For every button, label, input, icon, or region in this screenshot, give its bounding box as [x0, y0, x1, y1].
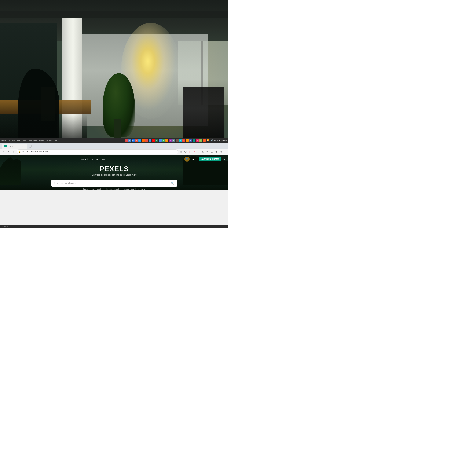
suggestion-more[interactable]: more →	[138, 188, 145, 190]
browse-nav-item[interactable]: Browse ▾	[79, 158, 88, 160]
suggestion-vintage[interactable]: vintage	[105, 188, 112, 190]
menu-view[interactable]: View	[17, 139, 20, 141]
browser-window: hrome File Edit View History Bookmarks P…	[0, 138, 228, 225]
address-bar[interactable]: 🔒 Secure https://www.pexels.com	[17, 149, 178, 154]
menu-people[interactable]: People	[39, 139, 44, 141]
nav-right: 👤 Daniel Contribute Photos ···	[185, 156, 225, 162]
bookmark-star-icon[interactable]: ☆	[179, 150, 183, 153]
app-icon-9[interactable]: ●	[176, 139, 179, 142]
youtube-icon[interactable]: ▶	[152, 139, 155, 142]
suggestion-wood[interactable]: wood	[131, 188, 136, 190]
username-label[interactable]: Daniel	[191, 158, 197, 160]
pdf-icon[interactable]: P	[145, 139, 148, 142]
ext-btn-6[interactable]: ◎	[219, 150, 223, 153]
suggestion-house[interactable]: house	[83, 188, 89, 190]
app-icon-2[interactable]: ●	[142, 139, 145, 142]
app-icon-14[interactable]: ●	[192, 139, 195, 142]
tab-title: Pexels	[8, 145, 13, 147]
volume-icon: 🔊	[210, 139, 213, 141]
suggestion-meeting[interactable]: meeting	[114, 188, 121, 190]
app-icon-13[interactable]: ●	[189, 139, 192, 142]
suggestion-training[interactable]: training	[97, 188, 103, 190]
app-icon-4[interactable]: ●	[159, 139, 162, 142]
more-options-icon[interactable]: ···	[222, 157, 225, 161]
pocket-icon[interactable]: P	[188, 150, 192, 153]
google-icon[interactable]: G	[128, 139, 131, 142]
pexels-tagline: Best free stock photos in one place. Lea…	[0, 174, 228, 176]
menu-chrome[interactable]: hrome	[1, 139, 6, 141]
pexels-hero: PEXELS Best free stock photos in one pla…	[0, 163, 228, 180]
taskbar: Searches	[0, 225, 228, 228]
url-text: https://www.pexels.com	[29, 151, 49, 153]
clock: Wed 16:15	[219, 139, 227, 141]
system-right-icons: M G 20 19 ● ● P ● ▶ S ● ● ● ● ● ● ● ● ● …	[125, 139, 227, 142]
app-icon-10[interactable]: ●	[179, 139, 182, 142]
app-icon-5[interactable]: ●	[162, 139, 165, 142]
menu-edit[interactable]: Edit	[12, 139, 15, 141]
ext-btn-2[interactable]: ⚙	[201, 150, 205, 153]
menu-items: hrome File Edit View History Bookmarks P…	[1, 139, 124, 141]
tab-close-button[interactable]: ×	[22, 145, 25, 148]
taskbar-label: Searches	[2, 226, 8, 227]
tab-favicon	[4, 145, 7, 147]
toolbar-right-buttons: ☆ 🛡 P P ⬡ ⚙ ◎ ⬡ ◉ ◎ ≡	[179, 150, 227, 153]
shields-icon[interactable]: 🛡	[183, 150, 187, 153]
menu-bookmarks[interactable]: Bookmarks	[29, 139, 37, 141]
app-icon-17[interactable]: ●	[203, 139, 206, 142]
new-tab-button[interactable]: +	[28, 144, 32, 148]
search-suggestions: house blur training vintage meeting phon…	[0, 188, 228, 190]
battery-icon: 100%	[214, 139, 218, 141]
wifi-icon: 📶	[207, 139, 209, 141]
app-icon-7[interactable]: ●	[169, 139, 172, 142]
refresh-button[interactable]: ↻	[11, 150, 16, 154]
app-icon-11[interactable]: ●	[182, 139, 185, 142]
address-bar-row: ‹ › ↻ 🔒 Secure https://www.pexels.com ☆ …	[0, 149, 228, 155]
app-icon-1[interactable]: ●	[138, 139, 141, 142]
contribute-photos-button[interactable]: Contribute Photos	[199, 157, 221, 161]
app-icon-12[interactable]: ●	[186, 139, 189, 142]
forward-button[interactable]: ›	[6, 150, 11, 154]
chair	[183, 87, 224, 141]
menu-window[interactable]: Window	[46, 139, 52, 141]
sheets-icon[interactable]: S	[155, 139, 158, 142]
user-avatar: 👤	[185, 156, 189, 162]
suggestion-phone[interactable]: phone	[123, 188, 129, 190]
active-tab[interactable]: Pexels ×	[2, 144, 27, 149]
search-bar-container: Search for free photos... 🔍	[0, 180, 228, 187]
gmail-icon[interactable]: M	[125, 139, 128, 142]
app-icon-6[interactable]: ●	[165, 139, 168, 142]
ext-btn-5[interactable]: ◉	[215, 150, 218, 153]
pinterest-icon[interactable]: P	[192, 150, 196, 153]
search-submit-button[interactable]: 🔍	[170, 181, 175, 186]
search-box[interactable]: Search for free photos... 🔍	[51, 180, 177, 187]
ext-btn-1[interactable]: ⬡	[197, 150, 201, 153]
browse-chevron-icon: ▾	[87, 158, 88, 160]
ext-btn-4[interactable]: ⬡	[210, 150, 214, 153]
calendar2-icon[interactable]: 19	[135, 139, 138, 142]
tools-nav-item[interactable]: Tools	[101, 158, 106, 160]
pexels-website: Browse ▾ License Tools 👤 Daniel Contribu…	[0, 155, 228, 190]
more-extensions-icon[interactable]: ≡	[223, 150, 227, 153]
pexels-logo: PEXELS	[0, 165, 228, 173]
tab-bar: Pexels × +	[0, 143, 228, 149]
secure-label: Secure	[22, 151, 28, 153]
ext-btn-3[interactable]: ◎	[206, 150, 209, 153]
license-nav-item[interactable]: License	[91, 158, 99, 160]
ceiling-beam	[0, 11, 228, 18]
system-menu-bar: hrome File Edit View History Bookmarks P…	[0, 138, 228, 143]
learn-more-link[interactable]: Learn more	[126, 174, 137, 176]
app-icon-3[interactable]: ●	[149, 139, 152, 142]
calendar-icon[interactable]: 20	[132, 139, 135, 142]
menu-history[interactable]: History	[22, 139, 28, 141]
suggestion-blur[interactable]: blur	[91, 188, 94, 190]
app-icon-15[interactable]: ●	[196, 139, 199, 142]
app-icon-8[interactable]: ●	[172, 139, 175, 142]
back-button[interactable]: ‹	[1, 150, 5, 154]
extension-icons: M G 20 19 ● ● P ● ▶ S ● ● ● ● ● ● ● ● ● …	[125, 139, 206, 142]
menu-file[interactable]: File	[8, 139, 11, 141]
pexels-navbar: Browse ▾ License Tools 👤 Daniel Contribu…	[0, 155, 228, 163]
menu-help[interactable]: Help	[54, 139, 57, 141]
secure-icon: 🔒	[18, 151, 21, 153]
search-input[interactable]: Search for free photos...	[53, 182, 169, 184]
app-icon-16[interactable]: ●	[199, 139, 202, 142]
